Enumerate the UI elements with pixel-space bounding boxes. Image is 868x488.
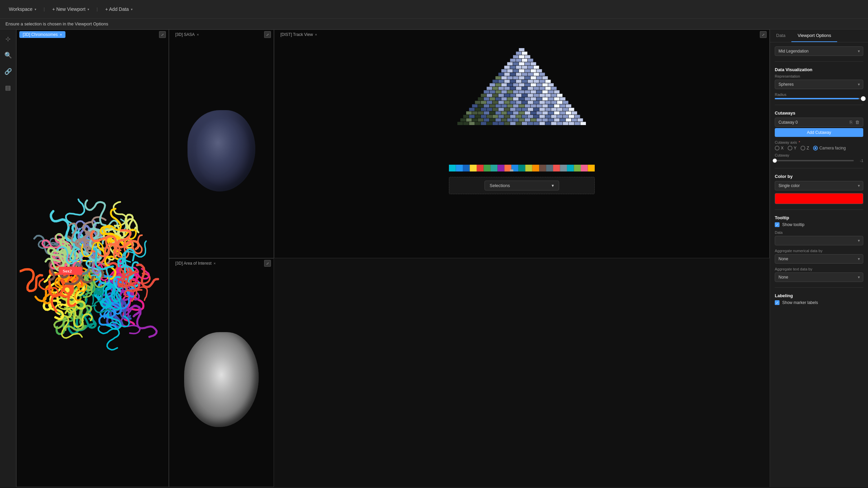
selections-chevron-icon: ▾ bbox=[552, 183, 554, 188]
cutaway-slider[interactable] bbox=[775, 160, 854, 161]
labeling-section: Labeling ✓ Show marker labels bbox=[775, 293, 863, 305]
tooltip-title: Tooltip bbox=[775, 215, 863, 220]
panel-tabs: Data Viewport Options bbox=[770, 29, 868, 42]
show-tooltip-row: ✓ Show tooltip bbox=[775, 222, 863, 227]
viewport-sasa: [3D] SASA × ⤢ bbox=[169, 29, 274, 258]
top-dropdown[interactable]: Mid Legendation bbox=[775, 46, 863, 56]
data-field-dropdown[interactable] bbox=[775, 236, 863, 245]
aoi-close-icon[interactable]: × bbox=[214, 261, 216, 265]
add-cutaway-button[interactable]: Add Cutaway bbox=[775, 128, 863, 137]
show-marker-checkbox[interactable]: ✓ bbox=[775, 300, 780, 305]
agg-num-label: Aggregate numerical data by bbox=[775, 249, 863, 253]
data-field-dropdown-wrap bbox=[775, 236, 863, 245]
sasa-expand-icon[interactable]: ⤢ bbox=[264, 31, 271, 38]
color-by-dropdown[interactable]: Single color bbox=[775, 181, 863, 190]
aoi-visualization bbox=[184, 332, 259, 427]
viewport-aoi-tab[interactable]: [3D] Area of Interest × bbox=[172, 260, 219, 267]
cutaway-delete-icon[interactable]: 🗑 bbox=[855, 120, 860, 125]
topbar: Workspace ▾ | + New Viewport ▾ | + Add D… bbox=[0, 0, 868, 19]
axis-x-radio[interactable] bbox=[775, 146, 780, 150]
new-viewport-chevron: ▾ bbox=[87, 7, 89, 11]
cutaways-section: Cutaways Cutaway 0 ⎘ 🗑 Add Cutaway Cutaw… bbox=[775, 110, 863, 163]
representation-dropdown[interactable]: Spheres bbox=[775, 80, 863, 89]
sasa-close-icon[interactable]: × bbox=[197, 33, 199, 37]
radius-label: Radius bbox=[775, 93, 863, 97]
viewport-sasa-tab[interactable]: [3D] SASA × bbox=[172, 31, 202, 38]
chromosomes-canvas bbox=[20, 128, 165, 399]
cutaway-item: Cutaway 0 ⎘ 🗑 bbox=[775, 118, 863, 127]
divider-2 bbox=[775, 105, 863, 105]
sidebar-layers-icon[interactable]: ▤ bbox=[3, 82, 14, 93]
agg-num-dropdown[interactable]: None bbox=[775, 254, 863, 264]
labeling-title: Labeling bbox=[775, 293, 863, 298]
radius-slider-track[interactable] bbox=[775, 98, 863, 99]
axis-camera-option[interactable]: Camera facing bbox=[813, 146, 846, 150]
show-tooltip-checkbox[interactable]: ✓ bbox=[775, 222, 780, 227]
axis-camera-radio-dot bbox=[814, 147, 816, 149]
representation-label: Representation bbox=[775, 74, 863, 78]
viewport-dist-tab[interactable]: [DIST] Track View × bbox=[277, 31, 320, 38]
dist-tab-label: [DIST] Track View bbox=[280, 32, 313, 37]
axis-y-option[interactable]: Y bbox=[788, 146, 796, 150]
agg-text-dropdown[interactable]: None bbox=[775, 272, 863, 282]
chromosomes-tab-label: [3D] Chromosomes bbox=[23, 32, 58, 37]
colorbar-canvas bbox=[449, 165, 595, 171]
cutaway-slider-thumb[interactable] bbox=[773, 159, 777, 163]
viewports-grid: [3D] Chromosomes × ⤢ [3D] SASA × ⤢ bbox=[16, 29, 770, 487]
cutaway-label: Cutaway 0 bbox=[778, 120, 798, 125]
dist-expand-icon[interactable]: ⤢ bbox=[760, 31, 767, 38]
panel-content: Mid Legendation Data Visualization Repre… bbox=[770, 42, 868, 309]
cutaway-copy-icon[interactable]: ⎘ bbox=[850, 120, 852, 125]
cutaway-axis-group: X Y Z Camera facing bbox=[775, 146, 863, 150]
radius-slider-thumb[interactable] bbox=[861, 96, 866, 101]
new-viewport-label: + New Viewport bbox=[52, 6, 85, 12]
viewport-chromosomes-header: [3D] Chromosomes × ⤢ bbox=[17, 30, 169, 39]
workspace-chevron: ▾ bbox=[35, 7, 36, 11]
sidebar: ⊹ 🔍 🔗 ▤ bbox=[0, 29, 16, 487]
panel-tab-data[interactable]: Data bbox=[770, 29, 791, 42]
agg-num-dropdown-wrap: None bbox=[775, 254, 863, 264]
dist-close-icon[interactable]: × bbox=[315, 33, 317, 37]
sasa-tab-label: [3D] SASA bbox=[175, 32, 195, 37]
viewport-aoi: [3D] Area of Interest × ⤢ bbox=[169, 258, 274, 487]
tooltip-section: Tooltip ✓ Show tooltip Data bbox=[775, 215, 863, 282]
data-viz-title: Data Visualization bbox=[775, 67, 863, 72]
viewport-chromosomes-tab[interactable]: [3D] Chromosomes × bbox=[19, 31, 65, 38]
sidebar-search-icon[interactable]: 🔍 bbox=[3, 50, 14, 61]
chromosomes-close-icon[interactable]: × bbox=[60, 33, 62, 37]
dist-matrix-canvas bbox=[449, 45, 595, 163]
color-swatch[interactable] bbox=[775, 193, 863, 204]
radius-slider-fill bbox=[775, 98, 859, 99]
add-data-button[interactable]: + Add Data ▾ bbox=[102, 4, 136, 14]
axis-z-option[interactable]: Z bbox=[801, 146, 809, 150]
workspace-label: Workspace bbox=[9, 6, 33, 12]
add-cutaway-label: Add Cutaway bbox=[807, 130, 831, 135]
axis-z-radio[interactable] bbox=[801, 146, 805, 150]
sidebar-link-icon[interactable]: 🔗 bbox=[3, 66, 14, 77]
axis-x-option[interactable]: X bbox=[775, 146, 784, 150]
selections-dropdown[interactable]: Selections ▾ bbox=[485, 181, 559, 190]
right-panel: Data Viewport Options Mid Legendation Da… bbox=[770, 29, 868, 487]
axis-camera-label: Camera facing bbox=[819, 146, 846, 150]
topbar-sep2: | bbox=[97, 7, 98, 12]
axis-y-radio[interactable] bbox=[788, 146, 792, 150]
divider-5 bbox=[775, 287, 863, 288]
warning-message: Ensure a selection is chosen in the View… bbox=[5, 21, 108, 26]
radius-slider-row bbox=[775, 98, 863, 99]
cutaway-val-label: Cutaway bbox=[775, 153, 863, 157]
add-data-chevron: ▾ bbox=[131, 7, 133, 11]
new-viewport-button[interactable]: + New Viewport ▾ bbox=[49, 4, 93, 14]
sasa-visualization bbox=[188, 110, 255, 191]
divider-4 bbox=[775, 209, 863, 210]
top-dropdown-wrap: Mid Legendation bbox=[775, 46, 863, 56]
axis-camera-radio[interactable] bbox=[813, 146, 818, 150]
panel-tab-viewport-options[interactable]: Viewport Options bbox=[791, 29, 837, 42]
workspace-button[interactable]: Workspace ▾ bbox=[5, 4, 40, 14]
agg-text-dropdown-wrap: None bbox=[775, 272, 863, 282]
sidebar-cursor-icon[interactable]: ⊹ bbox=[3, 34, 14, 44]
chromosomes-expand-icon[interactable]: ⤢ bbox=[159, 31, 166, 38]
aoi-expand-icon[interactable]: ⤢ bbox=[264, 260, 271, 267]
selections-area: Selections ▾ bbox=[449, 177, 595, 194]
viewport-chromosomes: [3D] Chromosomes × ⤢ bbox=[16, 29, 169, 487]
aoi-tab-label: [3D] Area of Interest bbox=[175, 261, 212, 266]
